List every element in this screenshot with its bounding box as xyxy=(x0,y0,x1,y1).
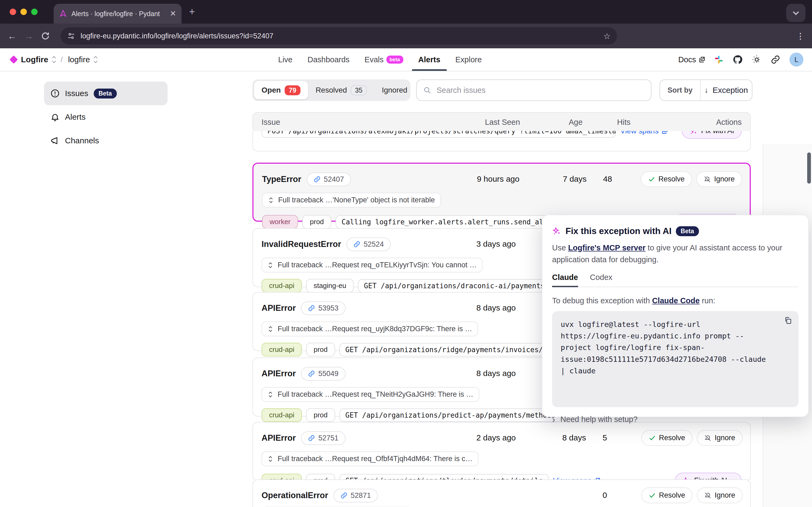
bookmark-star-icon[interactable]: ☆ xyxy=(603,32,611,41)
issue-row[interactable]: TypeError 52407 9 hours ago 7 days 48 Re… xyxy=(253,163,751,222)
traceback-pill[interactable]: Full traceback …Request req_oTELKiyyrTvS… xyxy=(262,258,483,272)
resolve-button[interactable]: Resolve xyxy=(641,430,693,446)
ignore-button[interactable]: Ignore xyxy=(696,171,742,187)
expand-icon xyxy=(267,391,273,398)
issue-id-chip[interactable]: 55049 xyxy=(301,367,345,381)
setup-help-toggle[interactable]: › Need help with setup? xyxy=(552,414,799,425)
issue-row[interactable]: OperationalError 52871 0 Resolve Ignore xyxy=(253,480,751,507)
alerts-sidebar: Issues Beta Alerts Channels xyxy=(44,81,168,153)
sort-control[interactable]: Sort by ↓ Exception xyxy=(659,79,752,101)
ignore-button[interactable]: Ignore xyxy=(697,488,743,503)
org-selector-chevrons-icon[interactable] xyxy=(53,57,55,62)
tab-search-button[interactable] xyxy=(786,4,806,22)
column-actions: Actions xyxy=(716,118,742,127)
issue-row[interactable]: APIError 52751 2 days ago 8 days 5 Resol… xyxy=(253,422,751,481)
env-tag: crud-api xyxy=(262,279,302,292)
org-selector[interactable]: Logfire xyxy=(21,55,48,64)
resolve-button[interactable]: Resolve xyxy=(641,488,693,503)
resolve-button[interactable]: Resolve xyxy=(641,171,692,187)
issue-row-partial[interactable]: POST /api/organizations/alexmojaki/proje… xyxy=(253,131,751,151)
github-icon[interactable] xyxy=(733,54,743,65)
issue-id-chip[interactable]: 52407 xyxy=(307,173,351,186)
expand-icon xyxy=(267,455,273,462)
span-code: Calling logfire_worker.alerts.alert_runs… xyxy=(336,215,562,229)
search-icon xyxy=(423,86,431,94)
search-box[interactable] xyxy=(416,79,651,101)
nav-evals[interactable]: Evals beta xyxy=(365,48,403,71)
browser-tab[interactable]: Alerts · logfire/logfire · Pydant ✕ xyxy=(54,4,181,23)
site-settings-icon[interactable] xyxy=(67,32,75,40)
browser-menu-icon[interactable]: ⋮ xyxy=(797,32,805,41)
env-tag: worker xyxy=(262,215,298,229)
issue-hits: 0 xyxy=(603,491,607,500)
share-link-icon[interactable] xyxy=(771,55,780,64)
scrollbar-thumb[interactable] xyxy=(807,153,811,183)
mcp-server-link[interactable]: Logfire's MCP server xyxy=(568,243,646,252)
sidebar-item-label: Issues xyxy=(65,89,88,98)
column-age: Age xyxy=(569,118,583,127)
issue-title: APIError xyxy=(262,303,295,313)
traceback-pill[interactable]: Full traceback …Request req_uyjK8dq37DGF… xyxy=(262,322,478,336)
sidebar-item-alerts[interactable]: Alerts xyxy=(44,105,168,129)
traceback-pill[interactable]: Full traceback …Request req_Ofbf4Tjqh4dM… xyxy=(262,451,479,466)
check-icon xyxy=(649,435,656,442)
slack-icon[interactable] xyxy=(714,55,723,64)
chevron-right-icon: › xyxy=(552,414,555,425)
span-code: POST /api/organizations/alexmojaki/proje… xyxy=(262,131,616,138)
issue-id: 55049 xyxy=(318,370,338,378)
sidebar-item-issues[interactable]: Issues Beta xyxy=(44,81,168,105)
copy-icon[interactable] xyxy=(784,317,792,325)
issue-id-chip[interactable]: 52524 xyxy=(346,237,391,251)
sort-direction-icon: ↓ xyxy=(705,86,708,95)
fix-with-ai-button[interactable]: Fix with AI xyxy=(682,131,742,139)
minimize-window-button[interactable] xyxy=(20,9,27,15)
reload-button[interactable] xyxy=(41,32,50,41)
env-tag: staging-eu xyxy=(306,279,354,292)
close-window-button[interactable] xyxy=(10,9,16,15)
tab-close-icon[interactable]: ✕ xyxy=(170,10,176,17)
assistant-tabs: Claude Codex xyxy=(552,273,799,287)
sidebar-item-channels[interactable]: Channels xyxy=(44,129,168,153)
sort-value-dropdown[interactable]: ↓ Exception xyxy=(701,86,752,95)
column-last-seen: Last Seen xyxy=(485,118,520,127)
issue-title: TypeError xyxy=(262,174,301,184)
tab-claude[interactable]: Claude xyxy=(552,273,578,287)
new-tab-button[interactable]: + xyxy=(189,6,195,17)
maximize-window-button[interactable] xyxy=(31,9,38,15)
nav-dashboards[interactable]: Dashboards xyxy=(308,48,349,71)
docs-link[interactable]: Docs xyxy=(678,55,705,64)
nav-live[interactable]: Live xyxy=(278,48,292,71)
nav-alerts[interactable]: Alerts xyxy=(418,48,440,71)
issue-title: OperationalError xyxy=(262,491,328,500)
user-avatar[interactable]: L xyxy=(790,53,803,67)
theme-toggle-sun-icon[interactable] xyxy=(752,55,761,64)
popup-description: Use Logfire's MCP server to give your AI… xyxy=(552,242,799,266)
window-controls[interactable] xyxy=(10,9,38,15)
address-bar[interactable]: logfire-eu.pydantic.info/logfire/logfire… xyxy=(61,27,617,45)
issue-id: 53953 xyxy=(318,304,338,313)
partial-row-clip: POST /api/organizations/alexmojaki/proje… xyxy=(253,131,751,153)
forward-button[interactable]: → xyxy=(24,31,33,41)
claude-code-link[interactable]: Claude Code xyxy=(652,296,700,305)
issue-id-chip[interactable]: 52751 xyxy=(301,431,345,445)
tab-codex[interactable]: Codex xyxy=(590,273,612,287)
project-selector[interactable]: logfire xyxy=(68,55,90,64)
project-selector-chevrons-icon[interactable] xyxy=(94,57,97,62)
traceback-pill[interactable]: Full traceback …'NoneType' object is not… xyxy=(262,193,441,208)
back-button[interactable]: ← xyxy=(7,31,17,41)
view-spans-link[interactable]: View spans xyxy=(620,131,668,135)
tab-ignored[interactable]: Ignored xyxy=(374,81,415,99)
search-input[interactable] xyxy=(436,86,644,95)
issue-id-chip[interactable]: 53953 xyxy=(301,301,345,315)
nav-explore[interactable]: Explore xyxy=(455,48,482,71)
link-icon xyxy=(340,492,347,499)
link-icon xyxy=(314,176,321,183)
issue-hits: 5 xyxy=(603,433,607,442)
tab-resolved[interactable]: Resolved 35 xyxy=(308,81,374,99)
column-hits: Hits xyxy=(617,118,631,127)
traceback-pill[interactable]: Full traceback …Request req_TNeitH2yGaJG… xyxy=(262,387,479,402)
span-code: GET /api/organizations/ridge/payments/in… xyxy=(339,343,574,356)
issue-id-chip[interactable]: 52871 xyxy=(333,489,378,502)
ignore-button[interactable]: Ignore xyxy=(697,430,743,446)
tab-open[interactable]: Open 79 xyxy=(254,81,308,99)
